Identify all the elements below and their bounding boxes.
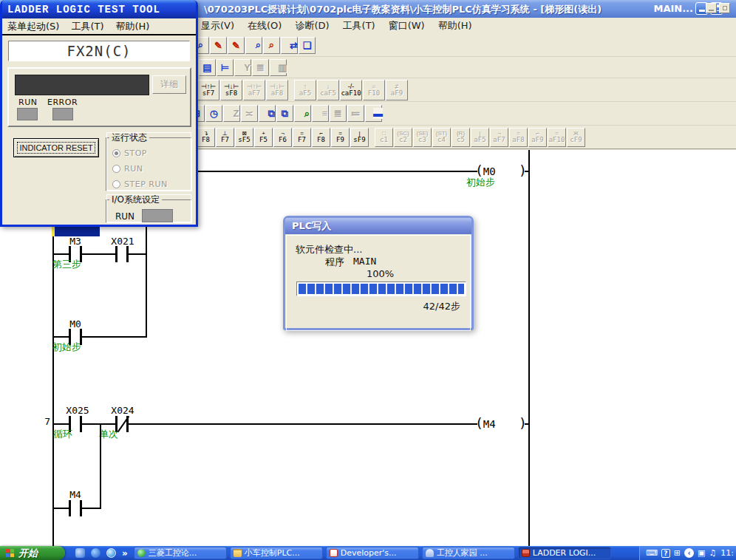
fkey-button[interactable]: {R} c5 (452, 128, 470, 147)
toolbar-button[interactable]: ▥ (270, 59, 287, 76)
toolbar-icon: Y (244, 62, 251, 73)
child-minimize-button[interactable] (706, 3, 717, 13)
error-led-indicator (52, 108, 73, 120)
fkey-button[interactable]: {SC} c2 (394, 128, 412, 147)
fkey-button[interactable]: ⊠ sF5 (235, 128, 253, 147)
toolbar-icon: ⇄ (290, 40, 298, 51)
task-button[interactable]: LADDER LOGI... (518, 547, 611, 559)
menu-item[interactable]: 工具(T) (71, 20, 103, 33)
start-button[interactable]: 开始 (0, 546, 65, 560)
ladder-symbol-button[interactable]: ⊣↑⊢ sF7 (197, 80, 219, 100)
fkey-button[interactable]: ¬ aF7 (490, 128, 508, 147)
task-button[interactable]: 三菱工控论... (134, 547, 227, 559)
toolbar-button[interactable]: ≣ (330, 105, 347, 122)
toolbar-button[interactable]: ⧉ (259, 105, 276, 122)
ladder-symbol-button[interactable]: ⊣↓⊢ sF8 (220, 80, 242, 100)
fkey-button[interactable]: ¬ F6 (273, 128, 292, 147)
menu-item[interactable]: 帮助(H) (116, 20, 150, 33)
ladder-symbol-button[interactable]: ⊣↑⊢ aF7 (243, 80, 265, 100)
quick-launch-icon[interactable] (75, 548, 85, 558)
toolbar-button[interactable]: ⇄ (281, 37, 298, 54)
quick-launch-more-icon[interactable]: » (122, 548, 128, 559)
run-state-radio[interactable]: STOP (112, 147, 191, 160)
toolbar-button[interactable]: ≣ (252, 59, 269, 76)
toolbar-button[interactable]: ❏ (299, 37, 316, 54)
fkey-button[interactable]: {SE} c3 (413, 128, 432, 147)
run-state-radio[interactable]: RUN (112, 163, 191, 175)
run-state-radio[interactable]: STEP RUN (112, 178, 191, 191)
toolbar-button[interactable]: Y (234, 59, 251, 76)
toolbar-button[interactable]: ◷ (205, 105, 222, 122)
toolbar-button[interactable]: ✎ (228, 37, 245, 54)
menu-item[interactable]: 显示(V) (201, 19, 234, 33)
toolbar-icon: ⌕ (304, 108, 310, 120)
fkey-button[interactable]: {ST} c4 (432, 128, 451, 147)
toolbar-button[interactable]: ⌕ (294, 105, 311, 122)
fkey-button[interactable]: ⌐ F8 (312, 128, 330, 147)
hide-icons-chevron[interactable]: ‹ (684, 548, 694, 558)
toolbar-button[interactable]: ⊨ (217, 59, 234, 76)
menu-item[interactable]: 菜单起动(S) (7, 20, 59, 33)
fkey-button[interactable]: | aF5 (471, 128, 489, 147)
toolbar-button[interactable]: ▤ (199, 59, 216, 76)
plc-write-titlebar[interactable]: PLC写入 (285, 218, 471, 234)
task-button[interactable]: 工控人家园 ... (422, 547, 515, 559)
fkey-button[interactable]: + F5 (254, 128, 273, 147)
window-tray-icon[interactable]: ⊞ (674, 549, 681, 557)
fkey-button[interactable]: □ c1 (375, 128, 393, 147)
progress-bar (296, 281, 466, 296)
menu-item[interactable]: 工具(T) (343, 19, 375, 33)
keyboard-tray-icon[interactable]: ⌨ (646, 549, 658, 557)
menu-item[interactable]: 诊断(D) (295, 19, 329, 33)
volume-tray-icon[interactable]: ♫ (709, 549, 716, 557)
task-button[interactable]: 小车控制PLC... (230, 547, 323, 559)
toolbar-button[interactable]: Z (223, 105, 240, 122)
child-restore-button[interactable] (719, 3, 730, 13)
toolbar-button[interactable]: ⧉ (276, 105, 293, 122)
coil-m4[interactable]: M4 (475, 415, 496, 431)
toolbar-button[interactable]: ✎ (210, 37, 227, 54)
fkey-button[interactable]: ⌐ aF9 (528, 128, 547, 147)
indicator-reset-button[interactable]: INDICATOR RESET (13, 138, 99, 157)
media-player-icon[interactable] (106, 548, 116, 558)
toolbar-button[interactable]: ≡ (312, 105, 329, 122)
toolbar-button[interactable]: ▬ (365, 105, 382, 122)
toolbar-button[interactable]: ⌕ (263, 37, 280, 54)
main-window-title: \070203PLC授课计划\0702plc电子教案资料\小车控制PLC仿真学习… (204, 3, 602, 16)
device-label: X021 (111, 236, 134, 247)
task-button[interactable]: Developer's... (326, 547, 419, 559)
test-tool-titlebar[interactable]: LADDER LOGIC TEST TOOL (2, 0, 196, 18)
selected-cell[interactable] (55, 225, 100, 236)
contact-m4[interactable] (69, 500, 82, 516)
display-tray-icon[interactable]: ▣ (698, 549, 705, 557)
fkey-button[interactable]: = F7 (293, 128, 311, 147)
fkey-button[interactable]: | sF9 (350, 128, 369, 147)
toolbar-button[interactable]: ≔ (347, 105, 364, 122)
right-rail (528, 150, 530, 546)
menu-item[interactable]: 窗口(W) (389, 19, 425, 33)
toolbar-button[interactable]: ≍ (241, 105, 258, 122)
help-tray-icon[interactable]: ? (661, 549, 670, 558)
ladder-symbol-button[interactable]: ≠ aF9 (386, 80, 408, 100)
device-label: X025 (64, 405, 91, 416)
ladder-symbol-button[interactable]: -/- caF10 (340, 80, 362, 100)
run-led-indicator (17, 108, 38, 120)
fkey-button[interactable]: = F9 (331, 128, 350, 147)
ladder-symbol-button[interactable]: = F10 (363, 80, 385, 100)
detail-button[interactable]: 详细 (152, 75, 186, 94)
fkey-button[interactable]: ⊥ F7 (216, 128, 234, 147)
fkey-button[interactable]: = aF8 (509, 128, 528, 147)
fkey-button[interactable]: Ж cF9 (567, 128, 585, 147)
menu-item[interactable]: 在线(O) (248, 19, 282, 33)
ie-icon[interactable] (91, 548, 100, 558)
io-run-indicator (142, 209, 173, 222)
fkey-button[interactable]: = aF10 (548, 128, 566, 147)
contact-x021[interactable] (115, 246, 129, 262)
ladder-symbol-button[interactable]: ↑ aF5 (294, 80, 316, 100)
device-label: M3 (64, 236, 86, 247)
menu-item[interactable]: 帮助(H) (438, 19, 472, 33)
ladder-symbol-button[interactable]: ↓ caF5 (317, 80, 339, 100)
ladder-symbol-button[interactable]: ⊣↓⊢ aF8 (266, 80, 288, 100)
fkey-button[interactable]: ↴ F8 (197, 128, 215, 147)
toolbar-button[interactable]: ⌕ (245, 37, 262, 54)
